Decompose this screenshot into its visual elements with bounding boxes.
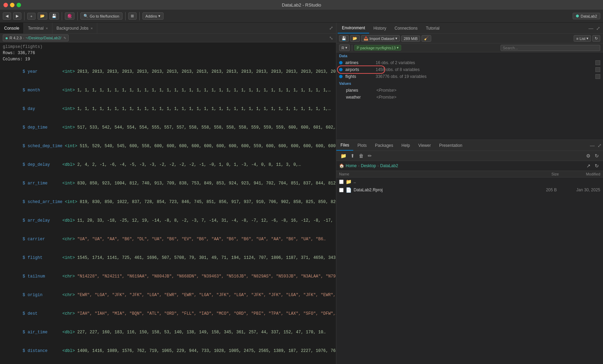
maximize-button[interactable] — [17, 3, 21, 7]
rename-button[interactable]: ✏ — [366, 152, 373, 159]
open-file-button[interactable]: 📂 — [38, 12, 47, 20]
console-var-tailnum: $ tailnum <chr> "N14228", "N24211", "N61… — [3, 267, 333, 286]
tab-presentation[interactable]: Presentation — [435, 140, 466, 151]
left-panel: Console Terminal × Background Jobs × ⤢ ●… — [0, 23, 336, 364]
env-item-airports[interactable]: airports 1458 obs. of 8 variables — [336, 66, 603, 73]
edit-path-icon[interactable]: ✎ — [63, 36, 66, 40]
console-area[interactable]: glimpse(flights) Rows: 336,776 Columns: … — [0, 42, 336, 364]
close-button[interactable] — [3, 3, 8, 7]
chevron-down-icon: ▾ — [345, 46, 347, 50]
upload-button[interactable]: ⬆ — [349, 152, 356, 159]
list-view-button[interactable]: ≡ List ▾ — [574, 35, 591, 42]
separator-2 — [62, 12, 62, 20]
tab-environment[interactable]: Environment — [338, 23, 369, 33]
grid-button[interactable]: ⊞ — [128, 12, 137, 20]
new-file-button[interactable]: + — [27, 13, 36, 20]
separator-3 — [77, 12, 78, 20]
memory-usage-button[interactable]: 289 MiB — [401, 36, 420, 42]
file-item-rproj[interactable]: 📄 DataLab2.Rproj 205 B Jan 30, 2025 — [336, 186, 603, 194]
addins-button[interactable]: Addins ▾ — [142, 12, 164, 20]
r-package-toolbar: R ▾ P package:nycflights13 ▾ — [336, 43, 603, 52]
tab-plots[interactable]: Plots — [353, 140, 371, 151]
tab-connections[interactable]: Connections — [391, 23, 422, 33]
go-to-file-button[interactable]: 🔍 Go to file/function — [80, 12, 122, 20]
console-cols: Columns: 19 — [3, 56, 333, 62]
collapse-files-button[interactable]: — — [589, 142, 596, 149]
file-checkbox-rproj[interactable] — [339, 188, 344, 192]
separator-4 — [125, 12, 126, 20]
env-toolbar: 💾 📂 📥 Import Dataset ▾ 289 MiB 🧹 ≡ List … — [336, 34, 603, 43]
console-var-distance: $ distance <dbl> 1400, 1416, 1089, 1576,… — [3, 342, 333, 360]
console-var-air_time: $ air_time <dbl> 227, 227, 160, 183, 116… — [3, 323, 333, 342]
files-list-header: Name Size Modified — [336, 171, 603, 178]
values-item-planes: planes <Promise> — [336, 87, 603, 94]
r-dropdown-button[interactable]: R ▾ — [339, 44, 350, 51]
console-var-sched_dep_time: $ sched_dep_time <int> 515, 529, 540, 54… — [3, 137, 333, 155]
tab-background-jobs[interactable]: Background Jobs × — [52, 23, 97, 33]
tab-packages[interactable]: Packages — [371, 140, 397, 151]
chevron-down-icon: ▾ — [397, 46, 399, 50]
expand-files-button[interactable]: ⤢ — [596, 142, 603, 149]
back-button[interactable]: ◀ — [3, 12, 11, 20]
console-line-glimpse: glimpse(flights) — [3, 44, 333, 50]
forward-button[interactable]: ▶ — [13, 12, 21, 20]
go-to-file-icon: 🔍 — [83, 14, 88, 18]
tab-files[interactable]: Files — [336, 140, 353, 151]
console-maximize-icon[interactable]: ⤡ — [329, 35, 333, 41]
chevron-down-icon: ▾ — [395, 36, 397, 41]
tab-history[interactable]: History — [369, 23, 390, 33]
breadcrumb-home[interactable]: Home — [346, 163, 357, 168]
tab-help[interactable]: Help — [397, 140, 414, 151]
env-search-input[interactable] — [501, 45, 600, 51]
navigate-up-button[interactable]: ↗ — [585, 162, 592, 169]
console-var-day: $ day <int> 1, 1, 1, 1, 1, 1, 1, 1, 1, 1… — [3, 100, 333, 118]
r-version-badge: ● R 4.2.3 · ~/Desktop/DataLab2/ ✎ — [3, 34, 69, 41]
sync-button[interactable]: ↻ — [593, 162, 600, 169]
checkbox-airlines[interactable] — [595, 60, 600, 65]
separator — [352, 45, 352, 51]
separator-1 — [24, 12, 24, 20]
knit-button[interactable]: 🧶 — [65, 12, 75, 20]
tab-console[interactable]: Console — [0, 23, 24, 33]
close-terminal-tab[interactable]: × — [46, 26, 48, 30]
col-header-size: Size — [531, 172, 559, 176]
console-var-arr_delay: $ arr_delay <dbl> 11, 20, 33, -18, -25, … — [3, 211, 333, 230]
tab-terminal[interactable]: Terminal × — [24, 23, 52, 33]
file-checkbox-parent[interactable] — [339, 180, 344, 184]
load-workspace-button[interactable]: 📂 — [350, 35, 360, 42]
console-var-arr_time: $ arr_time <int> 830, 850, 923, 1004, 81… — [3, 174, 333, 193]
save-button[interactable]: 💾 — [49, 12, 59, 20]
maximize-console-icon[interactable]: ⤢ — [326, 25, 336, 31]
breadcrumb-datalab2[interactable]: DataLab2 — [380, 163, 398, 168]
data-dot-airports — [339, 68, 343, 71]
new-folder-button[interactable]: 📁 — [339, 152, 348, 159]
tab-viewer[interactable]: Viewer — [414, 140, 435, 151]
window-title: DataLab2 - RStudio — [282, 2, 321, 8]
data-dot-airlines — [339, 61, 343, 64]
env-item-airlines[interactable]: airlines 16 obs. of 2 variables — [336, 59, 603, 66]
breadcrumb-desktop[interactable]: Desktop — [361, 163, 376, 168]
collapse-env-button[interactable]: — — [587, 25, 595, 32]
delete-button[interactable]: 🗑 — [357, 152, 365, 159]
file-item-parent[interactable]: 📁 .. — [336, 178, 603, 186]
expand-env-button[interactable]: ⤢ — [595, 25, 602, 32]
checkbox-flights[interactable] — [595, 74, 600, 79]
console-var-year: $ year <int> 2013, 2013, 2013, 2013, 201… — [3, 62, 333, 81]
gear-icon[interactable]: ⚙ — [585, 152, 592, 159]
checkbox-airports[interactable] — [595, 67, 600, 72]
files-panel: Files Plots Packages Help Viewer Present… — [336, 140, 603, 364]
import-dataset-button[interactable]: 📥 Import Dataset ▾ — [361, 35, 400, 42]
minimize-button[interactable] — [10, 3, 14, 7]
col-header-modified: Modified — [559, 172, 600, 176]
close-bg-jobs-tab[interactable]: × — [91, 26, 93, 30]
save-workspace-button[interactable]: 💾 — [339, 35, 349, 42]
tab-tutorial[interactable]: Tutorial — [422, 23, 444, 33]
main-toolbar: ◀ ▶ + 📂 💾 🧶 🔍 Go to file/function ⊞ Addi… — [0, 10, 603, 23]
clear-console-button[interactable]: 🧹 — [422, 35, 431, 42]
console-var-dep_time: $ dep_time <int> 517, 533, 542, 544, 554… — [3, 118, 333, 137]
env-item-flights[interactable]: flights 336776 obs. of 19 variables — [336, 73, 603, 80]
files-toolbar: 📁 ⬆ 🗑 ✏ ⚙ ↻ — [336, 151, 603, 161]
refresh-env-button[interactable]: ↻ — [592, 35, 600, 42]
window-controls — [3, 3, 21, 7]
refresh-files-button[interactable]: ↻ — [593, 152, 600, 159]
